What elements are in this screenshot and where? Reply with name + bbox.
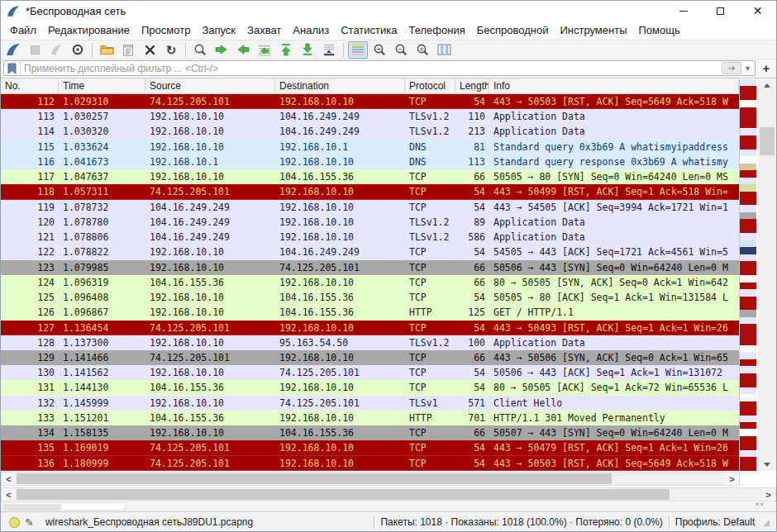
- go-to-packet-button[interactable]: [255, 41, 274, 59]
- apply-filter-button[interactable]: ➜: [722, 62, 741, 74]
- menu-item-5[interactable]: Захват: [241, 22, 287, 38]
- packet-list-hscrollbar[interactable]: < >: [1, 472, 740, 486]
- menu-item-6[interactable]: Анализ: [287, 22, 335, 38]
- hscroll-left-button[interactable]: <: [2, 488, 16, 501]
- hscroll-right-button[interactable]: >: [761, 488, 775, 501]
- find-packet-button[interactable]: [190, 41, 210, 59]
- collapsed-pane-thumb[interactable]: [3, 504, 61, 510]
- capture-options-button[interactable]: [68, 41, 88, 59]
- zoom-out-button[interactable]: −: [391, 41, 411, 59]
- packet-minimap[interactable]: [739, 79, 756, 471]
- filter-dropdown-caret-icon[interactable]: ▼: [743, 64, 755, 73]
- packet-row-135[interactable]: 1351.16901974.125.205.101192.168.10.10TC…: [1, 440, 739, 455]
- detail-pane-hscrollbar[interactable]: < >: [1, 487, 776, 501]
- resize-columns-button[interactable]: [434, 41, 454, 59]
- close-file-button[interactable]: [140, 41, 160, 59]
- zoom-reset-button[interactable]: =: [412, 41, 432, 59]
- packet-row-114[interactable]: 1141.030320192.168.10.10104.16.249.249TL…: [1, 124, 739, 139]
- colorize-button[interactable]: [348, 41, 368, 59]
- hscroll-left-button[interactable]: <: [2, 473, 16, 485]
- packet-row-136[interactable]: 1361.18099974.125.205.101192.168.10.10TC…: [1, 456, 739, 471]
- cell-no: 136: [1, 456, 59, 471]
- menu-item-7[interactable]: Статистика: [335, 22, 403, 38]
- last-packet-button[interactable]: [298, 41, 317, 59]
- column-header-length[interactable]: Length: [455, 78, 489, 93]
- packet-row-119[interactable]: 1191.078732104.16.249.249192.168.10.10TC…: [1, 200, 739, 215]
- maximize-button[interactable]: [702, 1, 739, 21]
- menu-item-2[interactable]: Редактирование: [42, 22, 136, 38]
- close-button[interactable]: ✕: [739, 1, 776, 21]
- cell-info: 443 → 54505 [ACK] Seq=3994 Ack=1721 Win=…: [489, 200, 739, 215]
- auto-scroll-button[interactable]: [319, 41, 339, 59]
- first-packet-button[interactable]: [276, 41, 296, 59]
- packet-row-116[interactable]: 1161.041673192.168.10.1192.168.10.10DNS1…: [1, 154, 739, 169]
- column-header-time[interactable]: Time: [59, 78, 145, 93]
- packet-row-117[interactable]: 1171.047637192.168.10.10104.16.155.36TCP…: [1, 169, 739, 184]
- column-header-source[interactable]: Source: [145, 78, 275, 93]
- column-header-no[interactable]: No.: [1, 78, 59, 93]
- hscrollbar-thumb[interactable]: [17, 473, 612, 484]
- previous-packet-button[interactable]: [212, 41, 231, 59]
- restart-capture-button[interactable]: [46, 41, 66, 59]
- packet-row-125[interactable]: 1251.096408192.168.10.10104.16.155.36TCP…: [1, 290, 739, 305]
- start-capture-button[interactable]: [3, 41, 23, 59]
- packet-row-127[interactable]: 1271.13645474.125.205.101192.168.10.10TC…: [1, 321, 739, 335]
- menu-item-4[interactable]: Запуск: [196, 22, 241, 38]
- vertical-scrollbar[interactable]: [758, 79, 776, 471]
- minimap-stripe: [740, 107, 756, 114]
- packet-row-121[interactable]: 1211.078806104.16.249.249192.168.10.10TL…: [1, 230, 739, 245]
- scroll-up-button[interactable]: [758, 79, 776, 92]
- menu-item-11[interactable]: Помощь: [633, 22, 686, 38]
- column-header-protocol[interactable]: Protocol: [405, 78, 455, 93]
- cell-protocol: TCP: [405, 365, 455, 380]
- column-header-destination[interactable]: Destination: [275, 78, 405, 93]
- cell-destination: 192.168.10.10: [275, 411, 405, 425]
- pane-resize-arrows-icon[interactable]: ˄˅: [756, 501, 765, 508]
- packet-row-131[interactable]: 1311.144130104.16.155.36192.168.10.10TCP…: [1, 380, 739, 395]
- packet-row-124[interactable]: 1241.096319104.16.155.36192.168.10.10TCP…: [1, 275, 739, 290]
- open-file-icon: [100, 44, 114, 55]
- reload-file-button[interactable]: ↻: [161, 41, 181, 59]
- menu-item-9[interactable]: Беспроводной: [471, 22, 555, 38]
- packet-row-120[interactable]: 1201.078780104.16.249.249192.168.10.10TL…: [1, 215, 739, 230]
- vertical-scrollbar-thumb[interactable]: [760, 127, 775, 155]
- packet-row-112[interactable]: 1121.02931074.125.205.101192.168.10.10TC…: [1, 94, 739, 109]
- packet-row-129[interactable]: 1291.14146674.125.205.101192.168.10.10TC…: [1, 350, 739, 365]
- open-file-button[interactable]: [97, 41, 117, 59]
- column-header-info[interactable]: Info: [489, 78, 739, 93]
- packet-row-126[interactable]: 1261.096867192.168.10.10104.16.155.36HTT…: [1, 305, 739, 320]
- cell-source: 192.168.10.10: [145, 290, 275, 305]
- packet-row-130[interactable]: 1301.141562192.168.10.1074.125.205.101TC…: [1, 365, 739, 380]
- capture-comment-icon[interactable]: ✎: [25, 516, 34, 529]
- add-filter-button[interactable]: +: [759, 61, 774, 75]
- resize-grip-icon[interactable]: ◢: [763, 518, 770, 527]
- packet-row-123[interactable]: 1231.079985192.168.10.1074.125.205.101TC…: [1, 260, 739, 275]
- menu-item-3[interactable]: Просмотр: [136, 22, 196, 38]
- packet-row-113[interactable]: 1131.030257192.168.10.10104.16.249.249TL…: [1, 109, 739, 124]
- filter-bookmark-icon[interactable]: [4, 61, 21, 75]
- menu-item-1[interactable]: Файл: [4, 22, 42, 38]
- hscrollbar-thumb[interactable]: [17, 489, 670, 500]
- stop-capture-button[interactable]: [25, 41, 45, 59]
- scroll-down-button[interactable]: [758, 458, 776, 471]
- minimize-button[interactable]: [665, 1, 702, 21]
- packet-row-133[interactable]: 1331.151201104.16.155.36192.168.10.10HTT…: [1, 411, 739, 425]
- packet-row-128[interactable]: 1281.137300192.168.10.1095.163.54.50TLSv…: [1, 335, 739, 350]
- packet-row-122[interactable]: 1221.078822192.168.10.10104.16.249.249TC…: [1, 245, 739, 259]
- packet-row-115[interactable]: 1151.033624192.168.10.10192.168.10.1DNS8…: [1, 140, 739, 154]
- menu-item-8[interactable]: Телефония: [403, 22, 470, 38]
- expert-info-icon[interactable]: [9, 517, 20, 528]
- hscroll-right-button[interactable]: >: [725, 473, 739, 485]
- packet-row-134[interactable]: 1341.158135192.168.10.10104.16.155.36TCP…: [1, 425, 739, 440]
- minimap-stripe: [740, 289, 756, 296]
- cell-source: 192.168.10.10: [145, 425, 275, 440]
- packet-row-132[interactable]: 1321.145999192.168.10.1074.125.205.101TL…: [1, 396, 739, 411]
- profile-label[interactable]: Профиль: Default: [675, 516, 756, 528]
- collapsed-pane-scrollbar[interactable]: [2, 502, 126, 511]
- next-packet-button[interactable]: [233, 41, 253, 59]
- zoom-in-button[interactable]: +: [369, 41, 389, 59]
- display-filter-input[interactable]: [21, 63, 722, 74]
- packet-row-118[interactable]: 1181.05731174.125.205.101192.168.10.10TC…: [1, 184, 739, 199]
- save-file-button[interactable]: [118, 41, 138, 59]
- menu-item-10[interactable]: Инструменты: [554, 22, 632, 38]
